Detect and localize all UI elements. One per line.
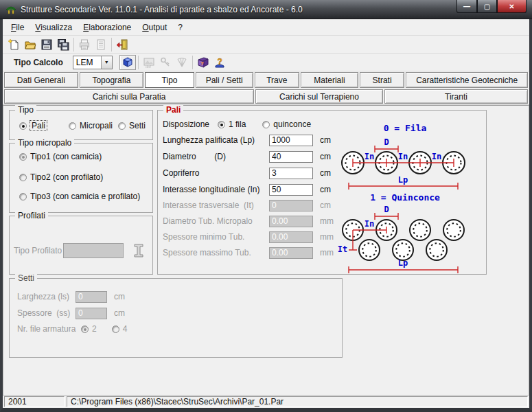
status-code: 2001: [4, 396, 65, 407]
print-button[interactable]: [76, 37, 93, 52]
radio-setti[interactable]: Setti: [118, 121, 146, 130]
dim-in-label: In: [398, 152, 408, 161]
disposizione-row: Disposizione 1 fila quinconce: [163, 117, 311, 131]
radio-micropali[interactable]: Micropali: [69, 121, 113, 130]
group-setti-title: Setti: [15, 273, 37, 283]
dim-d-label: D: [384, 205, 389, 214]
menu-elaborazione[interactable]: Elaborazione: [78, 21, 137, 34]
tab-tipo[interactable]: Tipo: [145, 72, 194, 88]
tipo-calcolo-label: Tipo Calcolo: [14, 58, 63, 67]
main-toolbar: [3, 36, 529, 54]
export-dxf-button: dxf: [141, 55, 157, 70]
menu-output[interactable]: Output: [137, 21, 172, 34]
printer-icon: [78, 38, 91, 51]
radio-dot: [19, 174, 27, 181]
window-title: Strutture Secondarie Ver. 11.0.1 - Anali…: [21, 5, 303, 14]
exit-button[interactable]: [114, 37, 130, 52]
save-icon: [41, 38, 53, 51]
interasse-longitudinale-input[interactable]: [269, 184, 313, 196]
exit-door-icon: [116, 38, 128, 51]
lunghezza-palificata-input[interactable]: [269, 135, 313, 146]
copriferro-input[interactable]: [269, 168, 313, 179]
radio-dot: [19, 153, 27, 161]
open-folder-icon: [24, 38, 36, 51]
menu-visualizza[interactable]: Visualizza: [30, 21, 78, 34]
view-3d-button[interactable]: [119, 55, 136, 70]
radio-dot: [19, 122, 27, 130]
radio-tipo2: Tipo2 (con profilato): [19, 172, 103, 182]
group-setti: Setti Larghezza (ls) cm Spessore (ss) cm…: [9, 278, 343, 358]
fila-title: 0 = Fila: [384, 123, 427, 133]
tab-pali-setti[interactable]: Pali / Setti: [196, 72, 253, 88]
cube-3d-icon: [122, 56, 134, 69]
status-file-path: C:\Program Files (x86)\Stacec\StruSec\Ar…: [67, 396, 528, 407]
larghezza-input: [76, 291, 107, 303]
radio-1-fila[interactable]: [218, 121, 225, 128]
dim-lp-label: Lp: [398, 175, 408, 185]
spessore-massimo-input: [269, 247, 313, 259]
save-button[interactable]: [38, 37, 55, 52]
tipo-calcolo-select[interactable]: LEM ▼: [73, 56, 113, 69]
menu-help[interactable]: ?: [172, 21, 188, 34]
dim-in-label: In: [432, 152, 441, 161]
interasse-longitudinale-row: Interasse longitudinale (In) cm: [163, 183, 331, 196]
open-file-button[interactable]: [22, 37, 38, 52]
menu-bar: File Visualizza Elaborazione Output ?: [3, 19, 529, 36]
group-tipo: Tipo Pali Micropali Setti: [9, 110, 153, 140]
tab-topografia[interactable]: Topografia: [80, 72, 144, 88]
spessore-massimo-row: Spessore massimo Tub. mm: [163, 246, 334, 260]
report-button[interactable]: [93, 37, 109, 52]
toolbar-separator: [192, 56, 193, 69]
tab-tiranti[interactable]: Tiranti: [384, 89, 528, 104]
maximize-button[interactable]: ▢: [477, 0, 497, 13]
interasse-trasversale-input: [269, 200, 313, 211]
radio-dot: [19, 193, 27, 201]
dim-it-label: It: [338, 244, 347, 254]
tipo-profilato-row: Tipo Profilato: [14, 244, 144, 258]
diametro-input[interactable]: [269, 151, 313, 163]
radio-tipo1: Tipo1 (con camicia): [19, 152, 102, 161]
menu-file[interactable]: File: [5, 21, 30, 34]
tab-carichi-sulla-paratia[interactable]: Carichi sulla Paratia: [4, 89, 254, 104]
fan-icon: [176, 56, 188, 69]
context-help-button[interactable]: ?: [211, 55, 228, 70]
minimize-button[interactable]: —: [456, 0, 477, 13]
tab-materiali[interactable]: Materiali: [301, 72, 358, 88]
diametro-row: Diametro (D) cm: [163, 150, 331, 163]
group-tipo-micropalo: Tipo micropalo Tipo1 (con camicia) Tipo2…: [9, 143, 153, 213]
quinconce-title: 1 = Quinconce: [370, 192, 440, 203]
save-all-icon: [57, 38, 69, 51]
app-window: Strutture Secondarie Ver. 11.0.1 - Anali…: [0, 0, 532, 412]
question-help-icon: ?: [213, 56, 226, 69]
spessore-minimo-input: [269, 231, 313, 243]
tab-carichi-sul-terrapieno[interactable]: Carichi sul Terrapieno: [255, 89, 383, 104]
radio-pali[interactable]: Pali: [19, 121, 47, 130]
tab-strati[interactable]: Strati: [360, 72, 405, 88]
toolbar-separator: [138, 56, 139, 69]
help-button[interactable]: ?: [195, 55, 211, 70]
group-tipo-title: Tipo: [15, 105, 36, 115]
dxf-export-icon: dxf: [143, 56, 155, 69]
app-icon: [5, 4, 16, 15]
tipo-profilato-input: [63, 243, 124, 258]
help-book-icon: ?: [197, 56, 209, 69]
svg-text:dxf: dxf: [146, 65, 151, 69]
spessore-minimo-row: Spessore minimo Tub. mm: [163, 230, 334, 244]
new-file-button[interactable]: [5, 37, 22, 52]
title-bar: Strutture Secondarie Ver. 11.0.1 - Anali…: [0, 0, 532, 19]
tab-caratteristiche-geotecniche[interactable]: Caratteristiche Geotecniche: [406, 72, 528, 88]
radio-dot: [69, 122, 76, 130]
lunghezza-palificata-row: Lunghezza palificata (Lp) cm: [163, 133, 331, 147]
group-pali-title: Pali: [163, 105, 183, 115]
close-button[interactable]: ✕: [497, 0, 527, 13]
svg-text:?: ?: [200, 60, 204, 67]
save-all-button[interactable]: [55, 37, 71, 52]
chevron-down-icon[interactable]: ▼: [101, 56, 112, 69]
group-profilati-title: Profilati: [15, 211, 48, 220]
radio-quinconce[interactable]: [262, 121, 270, 128]
tab-dati-generali[interactable]: Dati Generali: [4, 72, 78, 88]
interasse-trasversale-row: Interasse trasversale (It) cm: [163, 198, 331, 212]
tab-trave[interactable]: Trave: [255, 72, 300, 88]
dim-in-label: In: [365, 219, 374, 229]
new-file-icon: [8, 38, 20, 51]
